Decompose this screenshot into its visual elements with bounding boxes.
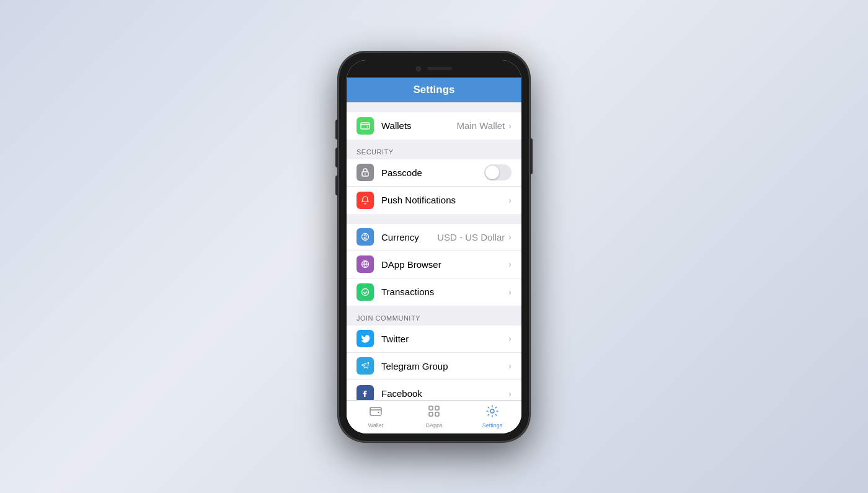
- svg-rect-0: [361, 123, 370, 129]
- svg-rect-7: [370, 407, 381, 415]
- svg-rect-12: [435, 412, 439, 416]
- passcode-toggle[interactable]: [484, 164, 512, 180]
- facebook-chevron: ›: [508, 389, 512, 399]
- push-notifications-chevron: ›: [508, 195, 512, 205]
- general-card: Currency USD - US Dollar ›: [347, 224, 521, 306]
- tab-dapps[interactable]: DApps: [405, 404, 463, 429]
- transactions-icon: [356, 283, 374, 301]
- push-notifications-label: Push Notifications: [381, 195, 508, 205]
- speaker: [427, 67, 452, 70]
- dapp-browser-icon: [356, 255, 374, 273]
- facebook-icon: [356, 385, 374, 400]
- dapp-browser-label: DApp Browser: [381, 259, 508, 270]
- security-section: SECURITY Passcode: [347, 140, 521, 214]
- wallet-tab-icon: [369, 404, 383, 421]
- dapp-browser-chevron: ›: [508, 259, 512, 269]
- wallets-chevron: ›: [508, 121, 512, 131]
- push-notifications-item[interactable]: Push Notifications ›: [347, 187, 521, 214]
- phone-notch: [347, 60, 521, 78]
- wallets-value: Main Wallet: [457, 120, 505, 131]
- svg-point-3: [365, 174, 366, 175]
- currency-value: USD - US Dollar: [437, 232, 505, 242]
- svg-rect-11: [429, 412, 433, 416]
- svg-point-13: [490, 409, 494, 413]
- telegram-item[interactable]: Telegram Group ›: [347, 353, 521, 380]
- spacer-top: [347, 102, 521, 112]
- svg-rect-9: [429, 406, 433, 410]
- nav-bar: Settings: [347, 78, 521, 102]
- telegram-icon: [356, 357, 374, 375]
- passcode-icon: [356, 164, 374, 181]
- settings-tab-icon: [485, 404, 499, 421]
- phone-frame: Settings: [338, 51, 530, 442]
- camera: [416, 66, 421, 71]
- wallets-item[interactable]: Wallets Main Wallet ›: [347, 112, 521, 140]
- security-card: Passcode: [347, 159, 521, 214]
- currency-item[interactable]: Currency USD - US Dollar ›: [347, 224, 521, 251]
- telegram-label: Telegram Group: [381, 361, 508, 371]
- security-header: SECURITY: [347, 140, 521, 159]
- dapps-tab-label: DApps: [425, 422, 442, 429]
- twitter-chevron: ›: [508, 334, 512, 344]
- svg-rect-10: [435, 406, 439, 410]
- wallets-card: Wallets Main Wallet ›: [347, 112, 521, 140]
- currency-label: Currency: [381, 232, 437, 242]
- telegram-chevron: ›: [508, 361, 512, 371]
- facebook-label: Facebook: [381, 388, 508, 399]
- community-header: JOIN COMMUNITY: [347, 306, 521, 326]
- general-section: Currency USD - US Dollar ›: [347, 224, 521, 306]
- svg-point-1: [367, 126, 368, 127]
- transactions-item[interactable]: Transactions ›: [347, 278, 521, 306]
- app-content: Settings: [347, 78, 521, 433]
- passcode-item[interactable]: Passcode: [347, 159, 521, 187]
- svg-point-6: [362, 288, 369, 295]
- wallets-icon: [356, 117, 374, 135]
- facebook-item[interactable]: Facebook ›: [347, 380, 521, 400]
- currency-chevron: ›: [508, 232, 512, 242]
- twitter-label: Twitter: [381, 334, 508, 344]
- tab-settings[interactable]: Settings: [463, 404, 521, 429]
- wallet-tab-label: Wallet: [368, 422, 384, 429]
- wallets-label: Wallets: [381, 120, 457, 131]
- community-card: Twitter › Telegram Group: [347, 326, 521, 400]
- transactions-chevron: ›: [508, 287, 512, 297]
- twitter-icon: [356, 330, 374, 347]
- tab-bar: Wallet DApps: [347, 400, 521, 433]
- currency-icon: [356, 228, 374, 246]
- twitter-item[interactable]: Twitter ›: [347, 326, 521, 353]
- phone-screen: Settings: [347, 60, 521, 433]
- content-scroll: Wallets Main Wallet › SECURITY: [347, 102, 521, 400]
- passcode-label: Passcode: [381, 167, 484, 178]
- dapp-browser-item[interactable]: DApp Browser ›: [347, 251, 521, 278]
- svg-point-8: [378, 411, 379, 412]
- push-notifications-icon: [356, 192, 374, 209]
- nav-title: Settings: [413, 84, 454, 95]
- transactions-label: Transactions: [381, 286, 508, 297]
- passcode-toggle-knob: [485, 166, 499, 179]
- dapps-tab-icon: [427, 404, 441, 421]
- wallets-section: Wallets Main Wallet ›: [347, 112, 521, 140]
- tab-wallet[interactable]: Wallet: [347, 404, 405, 429]
- spacer-mid: [347, 214, 521, 224]
- settings-tab-label: Settings: [482, 422, 503, 429]
- community-section: JOIN COMMUNITY Twitter ›: [347, 306, 521, 400]
